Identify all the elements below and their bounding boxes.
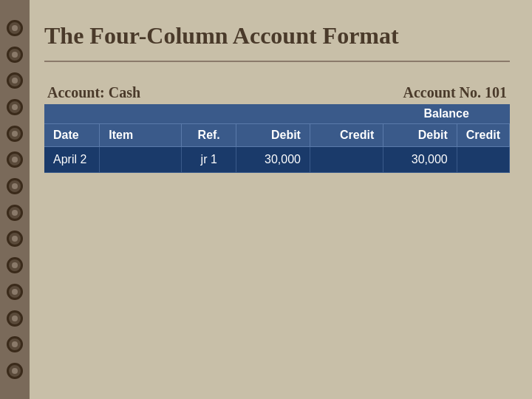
- spiral-ring: [7, 178, 23, 194]
- cell-item: [100, 147, 182, 173]
- spiral-ring: [7, 205, 23, 221]
- col-header-bal-credit: Credit: [457, 124, 509, 147]
- account-number: Account No. 101: [403, 84, 507, 101]
- title-divider: [44, 61, 510, 62]
- table-row: April 2 jr 1 30,000 30,000: [44, 147, 510, 173]
- empty-cell-5: [310, 104, 383, 124]
- page-title: The Four-Column Account Format: [44, 22, 510, 50]
- content-area: The Four-Column Account Format Account: …: [30, 0, 532, 399]
- empty-cell-4: [236, 104, 310, 124]
- cell-ref: jr 1: [181, 147, 236, 173]
- col-header-ref: Ref.: [181, 124, 236, 147]
- empty-cell-1: [44, 104, 100, 124]
- col-header-bal-debit: Debit: [383, 124, 457, 147]
- col-header-credit: Credit: [310, 124, 383, 147]
- spiral-binding: [0, 0, 30, 399]
- ledger-table: Balance Date Item Ref. Debit Credit Debi…: [44, 104, 510, 173]
- spiral-ring: [7, 231, 23, 247]
- spiral-ring: [7, 126, 23, 142]
- cell-credit: [310, 147, 383, 173]
- balance-header: Balance: [383, 104, 510, 124]
- spiral-ring: [7, 284, 23, 300]
- spiral-ring: [7, 47, 23, 63]
- spiral-ring: [7, 257, 23, 273]
- spiral-ring: [7, 99, 23, 115]
- cell-date: April 2: [44, 147, 100, 173]
- empty-cell-2: [100, 104, 182, 124]
- spiral-ring: [7, 336, 23, 352]
- cell-bal-credit: [457, 147, 509, 173]
- col-header-item: Item: [100, 124, 182, 147]
- spiral-ring: [7, 310, 23, 327]
- spiral-ring: [7, 151, 23, 168]
- spiral-ring: [7, 363, 23, 379]
- balance-header-row: Balance: [44, 104, 510, 124]
- account-name: Account: Cash: [47, 84, 140, 101]
- spiral-ring: [7, 20, 23, 36]
- col-header-debit: Debit: [236, 124, 310, 147]
- account-header: Account: Cash Account No. 101: [44, 84, 510, 101]
- col-header-date: Date: [44, 124, 100, 147]
- spiral-ring: [7, 72, 23, 89]
- cell-debit: 30,000: [236, 147, 310, 173]
- empty-cell-3: [181, 104, 236, 124]
- cell-bal-debit: 30,000: [383, 147, 457, 173]
- column-header-row: Date Item Ref. Debit Credit Debit Credit: [44, 124, 510, 147]
